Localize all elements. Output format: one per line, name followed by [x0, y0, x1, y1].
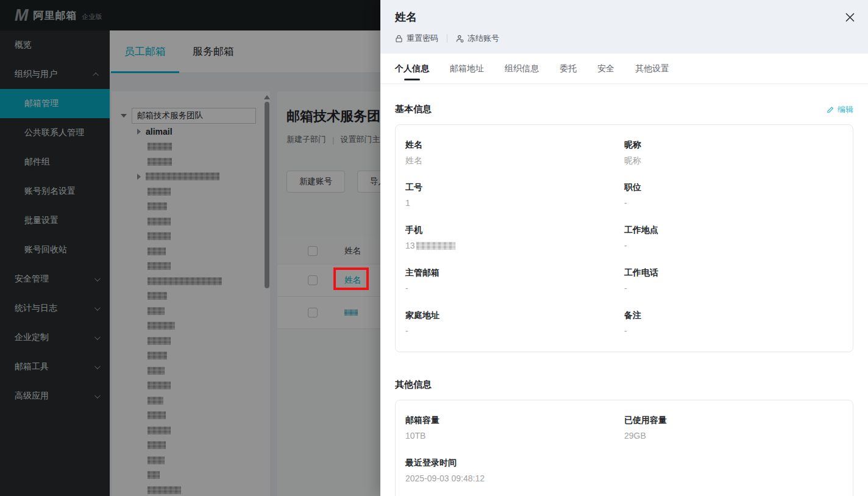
lock-icon [395, 35, 403, 43]
tab-personal-info[interactable]: 个人信息 [395, 54, 429, 84]
reset-password-button[interactable]: 重置密码 [395, 33, 438, 44]
field-position: 职位 - [624, 181, 843, 209]
basic-info-card: 姓名 姓名 昵称 昵称 工号 1 职位 - 手机 [395, 124, 853, 352]
tab-other-settings[interactable]: 其他设置 [635, 54, 669, 84]
masked-phone-digits [416, 242, 455, 250]
field-work-location: 工作地点 - [624, 224, 843, 252]
field-manager-email: 主管邮箱 - [405, 266, 624, 294]
divider [447, 34, 447, 43]
tab-security[interactable]: 安全 [597, 54, 614, 84]
drawer-overlay-mask[interactable] [0, 0, 380, 496]
app-window: M 阿里邮箱 企业版 概览 组织与用户 邮箱管理 公共联系人管理 邮件组 账号别… [0, 0, 868, 496]
user-detail-drawer: 姓名 重置密码 [380, 0, 868, 496]
other-info-heading: 其他信息 [395, 379, 432, 391]
tab-delegation[interactable]: 委托 [560, 54, 577, 84]
drawer-body: 基本信息 编辑 姓名 姓名 昵称 昵称 [380, 84, 868, 496]
drawer-header: 姓名 重置密码 [380, 0, 868, 54]
field-home-address: 家庭地址 - [405, 309, 624, 337]
other-info-card: 邮箱容量 10TB 已使用容量 29GB 最近登录时间 2025-09-03 0… [395, 400, 853, 496]
field-mailbox-capacity: 邮箱容量 10TB [405, 414, 624, 442]
pencil-icon [827, 105, 834, 113]
tab-org-info[interactable]: 组织信息 [505, 54, 539, 84]
field-last-login-time: 最近登录时间 2025-09-03 09:48:12 [405, 456, 624, 484]
field-nickname: 昵称 昵称 [624, 138, 843, 166]
field-mobile: 手机 13 [405, 224, 624, 252]
field-name: 姓名 姓名 [405, 138, 624, 166]
field-employee-id: 工号 1 [405, 181, 624, 209]
basic-info-heading: 基本信息 [395, 104, 432, 115]
drawer-action-bar: 重置密码 冻结账号 [395, 33, 853, 44]
freeze-user-icon [456, 35, 464, 43]
drawer-title: 姓名 [395, 10, 853, 24]
annotation-highlight-box [333, 267, 369, 290]
edit-button[interactable]: 编辑 [827, 104, 853, 115]
tab-mail-address[interactable]: 邮箱地址 [450, 54, 484, 84]
field-used-capacity: 已使用容量 29GB [624, 414, 843, 442]
close-icon[interactable] [842, 10, 857, 24]
field-work-phone: 工作电话 - [624, 266, 843, 294]
field-remark: 备注 - [624, 309, 843, 337]
drawer-tabs: 个人信息 邮箱地址 组织信息 委托 安全 其他设置 [380, 54, 868, 84]
freeze-account-button[interactable]: 冻结账号 [456, 33, 499, 44]
